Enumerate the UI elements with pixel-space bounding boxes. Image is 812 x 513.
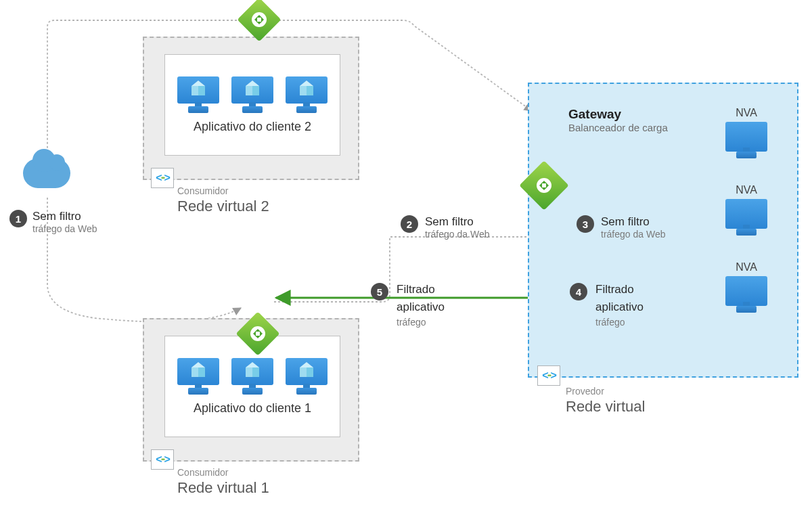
step-4: 4 Filtrado aplicativo tráfego	[570, 283, 644, 328]
step-title: Filtrado	[595, 283, 644, 296]
step-sub1: aplicativo	[595, 300, 644, 314]
step-sub: tráfego da Web	[32, 223, 97, 234]
nva-2: NVA	[725, 184, 767, 236]
vnet-tag-icon: <··>	[151, 449, 174, 470]
step-1: 1 Sem filtro tráfego da Web	[9, 210, 97, 234]
step-3: 3 Sem filtro tráfego da Web	[577, 215, 665, 240]
vnet-consumer1-label: Consumidor Rede virtual 1	[177, 467, 269, 497]
step-sub: tráfego da Web	[601, 229, 665, 240]
step-badge: 2	[401, 215, 418, 233]
vnet-tag-icon: <··>	[537, 365, 560, 386]
step-2: 2 Sem filtro tráfego da Web	[401, 215, 489, 240]
vm-row	[177, 358, 328, 395]
step-badge: 3	[577, 215, 594, 233]
internet-cloud	[23, 158, 70, 188]
step-badge: 5	[371, 283, 388, 300]
vm-icon	[286, 76, 328, 113]
vnet-consumer2: Aplicativo do cliente 2 <··>	[143, 37, 359, 180]
vnet-consumer2-label: Consumidor Rede virtual 2	[177, 185, 269, 215]
step-badge: 4	[570, 283, 587, 300]
step-title: Sem filtro	[425, 215, 489, 229]
vm-icon	[231, 358, 273, 395]
step-badge: 1	[9, 210, 27, 227]
load-balancer-icon	[242, 318, 273, 349]
load-balancer-icon	[244, 4, 275, 35]
gateway-load-balancer-icon	[526, 168, 562, 203]
vnet-provider-label: Provedor Rede virtual	[566, 386, 645, 416]
app-consumer2: Aplicativo do cliente 2	[164, 54, 340, 156]
nva-icon	[725, 199, 767, 236]
step-sub2: tráfego	[595, 317, 644, 328]
step-title: Filtrado	[397, 283, 445, 296]
step-sub2: tráfego	[397, 317, 445, 328]
app-label: Aplicativo do cliente 1	[194, 401, 311, 416]
nva-icon	[725, 122, 767, 158]
vnet-tag-icon: <··>	[151, 168, 174, 188]
gateway-label: Gateway Balanceador de carga	[568, 107, 668, 133]
vm-icon	[231, 76, 273, 113]
nva-1: NVA	[725, 107, 767, 158]
vm-icon	[177, 358, 219, 395]
vm-row	[177, 76, 328, 113]
step-5: 5 Filtrado aplicativo tráfego	[371, 283, 445, 328]
step-sub1: aplicativo	[397, 300, 445, 314]
step-sub: tráfego da Web	[425, 229, 489, 240]
nva-icon	[725, 276, 767, 313]
step-title: Sem filtro	[601, 215, 665, 229]
app-label: Aplicativo do cliente 2	[194, 120, 311, 134]
vm-icon	[286, 358, 328, 395]
vm-icon	[177, 76, 219, 113]
step-title: Sem filtro	[32, 210, 97, 223]
nva-3: NVA	[725, 261, 767, 313]
